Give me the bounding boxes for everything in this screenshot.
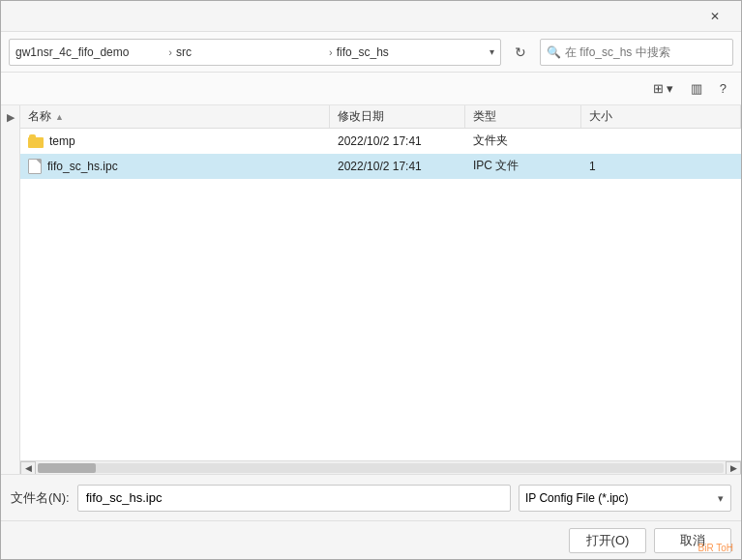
pane-button[interactable]: ▥ <box>684 76 709 102</box>
content-area: ▶ 名称 ▲ 修改日期 类型 大小 <box>1 105 741 474</box>
view-mode-button[interactable]: ⊞ ▾ <box>646 76 680 102</box>
breadcrumb[interactable]: gw1nsr_4c_fifo_demo › src › fifo_sc_hs ▾ <box>9 39 501 66</box>
sidebar-expand-icon[interactable]: ▶ <box>7 111 15 124</box>
col-header-size[interactable]: 大小 <box>581 105 741 128</box>
file-icon <box>28 159 42 174</box>
column-headers: 名称 ▲ 修改日期 类型 大小 <box>20 105 741 129</box>
refresh-button[interactable]: ↻ <box>507 39 534 66</box>
file-open-dialog: ✕ gw1nsr_4c_fifo_demo › src › fifo_sc_hs… <box>0 0 742 560</box>
file-size-cell: 1 <box>581 160 741 173</box>
view-icon: ⊞ <box>653 81 664 96</box>
hscroll-left-icon: ◀ <box>25 463 32 473</box>
folder-icon <box>28 134 44 148</box>
help-button[interactable]: ? <box>713 76 733 102</box>
hscroll-right-icon: ▶ <box>730 463 737 473</box>
search-input[interactable] <box>565 45 727 59</box>
cancel-button-label: 取消 <box>680 532 705 549</box>
sort-asc-icon: ▲ <box>55 112 64 122</box>
hscroll-track[interactable] <box>38 463 724 473</box>
breadcrumb-sep1: › <box>168 46 172 58</box>
breadcrumb-part1: gw1nsr_4c_fifo_demo <box>15 45 164 59</box>
action-bar: 打开(O) 取消 <box>1 520 741 559</box>
breadcrumb-part3: fifo_sc_hs <box>337 45 486 59</box>
close-icon: ✕ <box>710 10 720 23</box>
title-bar: ✕ <box>1 1 741 32</box>
filetype-select-wrapper: IP Config File (*.ipc) All Files (*.*) <box>519 485 731 512</box>
hscroll-right-button[interactable]: ▶ <box>726 461 741 475</box>
filename-input[interactable] <box>77 485 511 512</box>
col-header-date[interactable]: 修改日期 <box>330 105 465 128</box>
file-name-cell: fifo_sc_hs.ipc <box>20 159 330 174</box>
file-type-cell: IPC 文件 <box>465 158 581 174</box>
breadcrumb-chevron-icon: ▾ <box>490 46 494 57</box>
search-area[interactable]: 🔍 <box>540 39 733 66</box>
col-header-type[interactable]: 类型 <box>465 105 581 128</box>
file-date-cell: 2022/10/2 17:41 <box>330 134 465 148</box>
address-bar: gw1nsr_4c_fifo_demo › src › fifo_sc_hs ▾… <box>1 32 741 73</box>
hscroll-left-button[interactable]: ◀ <box>20 461 36 475</box>
file-type-cell: 文件夹 <box>465 133 581 149</box>
table-row[interactable]: temp 2022/10/2 17:41 文件夹 <box>20 129 741 154</box>
toolbar: ⊞ ▾ ▥ ? <box>1 73 741 105</box>
breadcrumb-part2: src <box>176 45 325 59</box>
filename-label: 文件名(N): <box>11 489 70 507</box>
open-button-label: 打开(O) <box>586 532 630 549</box>
open-button[interactable]: 打开(O) <box>569 528 646 553</box>
breadcrumb-sep2: › <box>329 46 333 58</box>
view-chevron-icon: ▾ <box>667 81 673 96</box>
file-rows: temp 2022/10/2 17:41 文件夹 fifo_sc_hs.ipc … <box>20 129 741 460</box>
file-name-cell: temp <box>20 134 330 148</box>
close-button[interactable]: ✕ <box>693 1 737 32</box>
help-icon: ? <box>720 81 727 96</box>
table-row[interactable]: fifo_sc_hs.ipc 2022/10/2 17:41 IPC 文件 1 <box>20 154 741 179</box>
cancel-button[interactable]: 取消 <box>654 528 731 553</box>
sidebar: ▶ <box>1 105 20 474</box>
pane-icon: ▥ <box>691 81 702 96</box>
col-header-name[interactable]: 名称 ▲ <box>20 105 330 128</box>
file-list-area: 名称 ▲ 修改日期 类型 大小 temp <box>20 105 741 474</box>
search-icon: 🔍 <box>547 45 561 59</box>
horizontal-scrollbar[interactable]: ◀ ▶ <box>20 460 741 474</box>
filetype-select[interactable]: IP Config File (*.ipc) All Files (*.*) <box>519 485 731 512</box>
hscroll-thumb[interactable] <box>38 463 96 473</box>
file-date-cell: 2022/10/2 17:41 <box>330 160 465 173</box>
bottom-bar: 文件名(N): IP Config File (*.ipc) All Files… <box>1 474 741 520</box>
refresh-icon: ↻ <box>515 44 526 60</box>
